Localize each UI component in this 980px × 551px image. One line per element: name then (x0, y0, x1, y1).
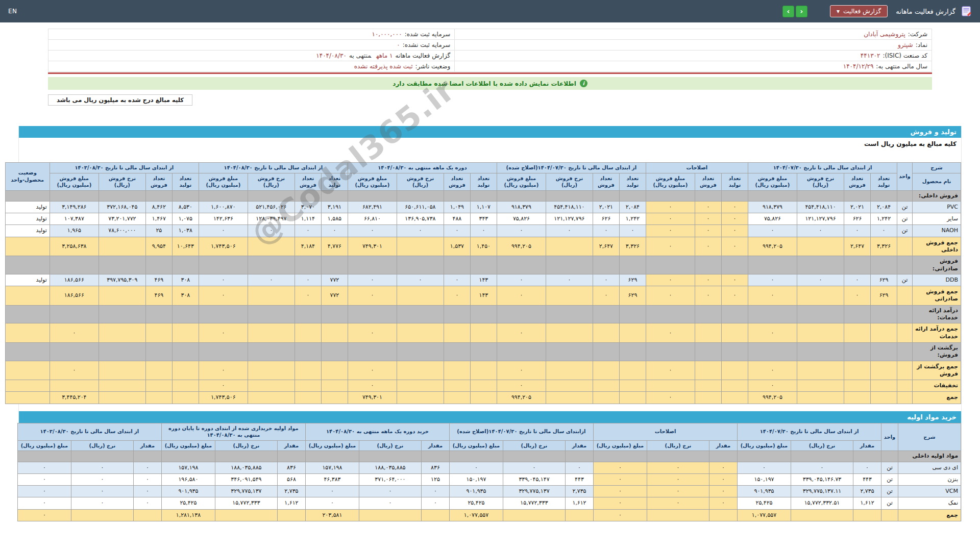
value-cell: ۸,۴۶۲ (145, 201, 172, 213)
cell (305, 451, 359, 462)
value-cell: ۰ (248, 274, 295, 286)
info-label: شرکت: (908, 31, 927, 38)
column-header: تعداد تولید (619, 173, 646, 190)
value-cell: ۰ (844, 274, 871, 286)
cell (321, 190, 348, 201)
value-cell: ۱,۲۸۱,۱۳۸ (161, 509, 215, 521)
info-row: سال مالی منتهی به:۱۴۰۴/۱۲/۲۹وضعیت ناشر:ث… (48, 61, 932, 72)
cell (199, 190, 248, 201)
row-label: جمع برگشت از فروش (913, 361, 961, 380)
cell (619, 256, 646, 274)
raw-materials-table: شرحواحداز ابتدای سال مالی تا تاریخ ۱۴۰۴/… (19, 423, 961, 521)
value-cell: ۹۹۴,۲۰۵ (497, 392, 546, 404)
cell (897, 305, 913, 323)
value-cell (99, 286, 145, 306)
table-row: NAOHتن۰۰۰۰۰۰۰۰۰۰۰۰۰۰۰۰۰۰۰۱,۰۳۸۲۵۷۸,۶۰۰,۰… (5, 225, 961, 237)
value-cell: ۱۸۸,۰۳۵,۸۸۵ (215, 462, 277, 473)
cell (215, 451, 277, 462)
value-cell (321, 323, 348, 343)
value-cell (99, 237, 145, 256)
cell (546, 305, 593, 323)
value-cell: ۱۲۱,۱۲۷,۷۹۶ (546, 213, 593, 225)
value-cell (871, 361, 897, 380)
value-cell: ۰ (305, 486, 359, 497)
company-link[interactable]: پتروشیمی آبادان (864, 31, 905, 38)
value-cell: ۰ (721, 237, 748, 256)
value-cell: ۳۲۹,۷۷۵,۱۳۷.۱۱ (791, 486, 853, 497)
cell (161, 451, 215, 462)
cell (619, 190, 646, 201)
unit-cell: تن (881, 486, 898, 497)
value-cell (503, 509, 565, 521)
row-label: NAOH (913, 225, 961, 237)
value-cell (619, 323, 646, 343)
language-toggle[interactable]: EN (8, 8, 17, 15)
cell (897, 190, 913, 201)
value-cell: ۳۰۸ (172, 274, 199, 286)
cell (797, 256, 844, 274)
cell (593, 451, 647, 462)
value-cell: ۰ (748, 274, 797, 286)
value-cell (844, 392, 871, 404)
column-header: خرید دوره یک ماهه منتهی به ۱۴۰۴/۰۸/۳۰ (305, 423, 449, 440)
report-type-dropdown-label: گزارش فعالیت (843, 8, 881, 15)
value-cell: ۰ (71, 462, 133, 473)
section-label: برگشت از فروش: (913, 342, 961, 361)
cell (695, 342, 721, 361)
column-header: نرخ فروش (ریال) (99, 173, 145, 190)
value-cell: ۰ (348, 380, 397, 392)
info-value: ثبت شده پذیرفته نشده (354, 63, 413, 70)
value-cell: ۱۰,۶۴۳ (172, 237, 199, 256)
value-cell: ۰ (593, 473, 647, 485)
company-info: شرکت:پتروشیمی آبادانسرمایه ثبت شده:۱۰,۰۰… (48, 29, 932, 106)
value-cell (99, 392, 145, 404)
value-cell: ۰ (646, 274, 695, 286)
cell (546, 342, 593, 361)
section-row: درآمد ارائه خدمات: (5, 305, 961, 323)
cell (397, 190, 444, 201)
row-label: VCM (898, 486, 961, 497)
section-row: مواد اولیه داخلی (17, 451, 961, 462)
value-cell: ۱۵۷,۱۹۸ (305, 462, 359, 473)
value-cell (546, 286, 593, 306)
value-cell: ۱۴۲,۶۳۶ (199, 213, 248, 225)
value-cell: ۱,۶۱۲ (565, 497, 593, 509)
column-header: تعداد فروش (844, 173, 871, 190)
value-cell: ۰ (199, 286, 248, 306)
value-cell: ۱۵۰,۱۹۷ (737, 473, 791, 485)
value-cell: ۳۲۹,۷۷۵,۱۳۷ (215, 486, 277, 497)
value-cell: ۰ (748, 380, 797, 392)
value-cell: ۵۶۸ (277, 473, 305, 485)
cell (646, 190, 695, 201)
report-type-dropdown[interactable]: گزارش فعالیت ▾ (830, 5, 888, 17)
cell (99, 256, 145, 274)
value-cell (248, 323, 295, 343)
value-cell: ۲۵,۴۲۵ (161, 497, 215, 509)
column-header: مبلغ (میلیون ریال) (737, 440, 791, 451)
value-cell: ۰ (199, 361, 248, 380)
value-cell: ۰ (348, 286, 397, 306)
value-cell: ۰ (199, 380, 248, 392)
section-row: برگشت از فروش: (5, 342, 961, 361)
unit-cell (897, 323, 913, 343)
value-cell (145, 361, 172, 380)
value-cell (695, 392, 721, 404)
column-header: مبلغ (میلیون ریال) (161, 440, 215, 451)
value-cell: ۰ (348, 323, 397, 343)
value-cell: ۱۲۱,۱۲۷,۷۹۶ (797, 213, 844, 225)
next-report-button[interactable]: › (796, 6, 807, 17)
value-cell (99, 361, 145, 380)
cell (593, 342, 619, 361)
column-header: واحد (897, 163, 913, 191)
value-cell (215, 509, 277, 521)
table-row: جمع۹۹۴,۲۰۵۰۹۹۴,۲۰۵۷۴۹,۳۰۱۱,۷۴۳,۵۰۶۳,۴۴۵,… (5, 392, 961, 404)
cell (145, 256, 172, 274)
value-cell: ۱,۵۳۷ (444, 237, 470, 256)
prev-report-button[interactable]: ‹ (782, 6, 794, 17)
cell (199, 256, 248, 274)
cell (546, 190, 593, 201)
column-header: تعداد فروش (444, 173, 470, 190)
column-header: از ابتدای سال مالی تا تاریخ ۱۴۰۳/۰۸/۳۰ (17, 423, 161, 440)
info-value: ۱۴۰۴/۱۲/۲۹ (843, 63, 874, 70)
section-raw-materials: خرید مواد اولیه (19, 411, 961, 423)
